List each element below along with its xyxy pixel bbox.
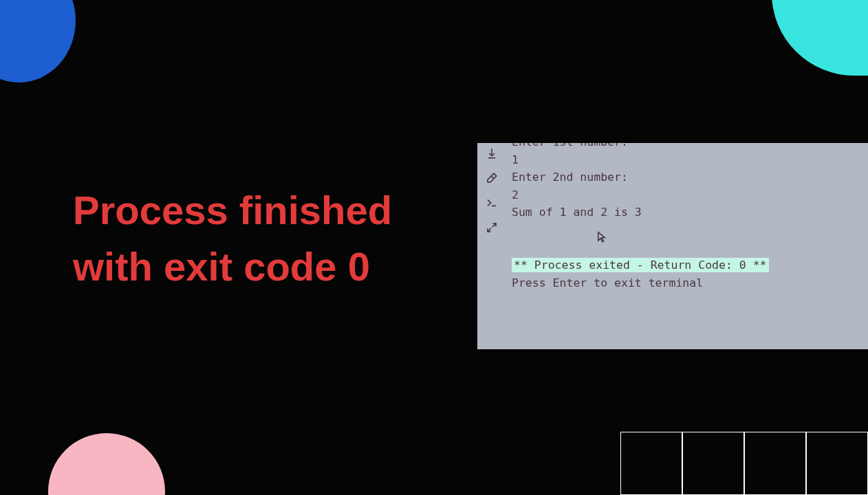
exit-highlight: ** Process exited - Return Code: 0 ** xyxy=(512,258,769,272)
terminal-line: Press Enter to exit terminal xyxy=(512,274,862,292)
terminal-panel: Enter 1st number: 1 Enter 2nd number: 2 … xyxy=(477,143,868,349)
decor-grid-cell xyxy=(682,432,744,495)
terminal-blank xyxy=(512,221,862,239)
terminal-line: 2 xyxy=(512,186,862,204)
decor-grid-cell xyxy=(806,432,868,495)
prompt-icon[interactable] xyxy=(486,197,498,212)
decor-grid-cell xyxy=(620,432,682,495)
terminal-output[interactable]: Enter 1st number: 1 Enter 2nd number: 2 … xyxy=(506,143,868,297)
terminal-line: Enter 2nd number: xyxy=(512,168,862,186)
decor-blue-circle xyxy=(0,0,76,82)
decor-cyan-quarter xyxy=(772,0,868,76)
slide-stage: Process finished with exit code 0 Enter … xyxy=(0,0,868,495)
terminal-line: Enter 1st number: xyxy=(512,143,862,151)
headline-text: Process finished with exit code 0 xyxy=(73,182,444,296)
terminal-gutter xyxy=(477,143,506,349)
decor-pink-circle xyxy=(48,433,165,495)
terminal-blank xyxy=(512,239,862,256)
terminal-line: 1 xyxy=(512,151,862,169)
expand-icon[interactable] xyxy=(486,221,498,236)
erase-icon[interactable] xyxy=(486,172,498,187)
decor-grid xyxy=(620,432,868,495)
terminal-exit-line: ** Process exited - Return Code: 0 ** xyxy=(512,256,862,274)
terminal-line: Sum of 1 and 2 is 3 xyxy=(512,204,862,221)
download-icon[interactable] xyxy=(486,147,498,162)
decor-grid-cell xyxy=(744,432,806,495)
